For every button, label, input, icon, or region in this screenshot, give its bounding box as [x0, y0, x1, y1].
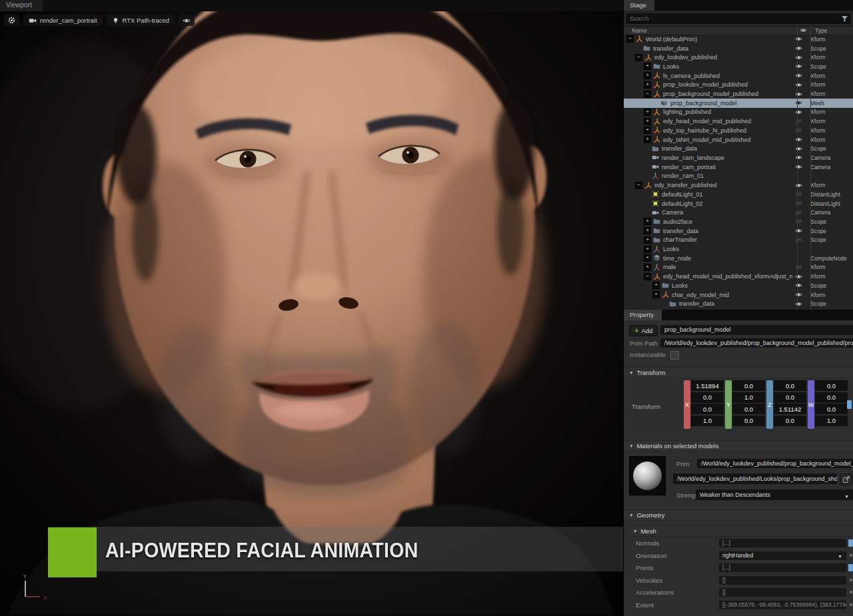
- matrix-value[interactable]: 0.0: [774, 380, 806, 391]
- tree-row[interactable]: +LooksScope: [624, 62, 853, 71]
- expand-toggle[interactable]: +: [644, 264, 651, 271]
- tree-row[interactable]: defaultLight_01DistantLight: [624, 190, 853, 199]
- velocities-field[interactable]: []: [719, 576, 846, 585]
- matrix-value[interactable]: 0.0: [774, 416, 806, 426]
- instanceable-checkbox[interactable]: [670, 351, 679, 360]
- filter-icon[interactable]: [841, 15, 848, 23]
- expand-toggle[interactable]: +: [644, 109, 651, 116]
- expand-toggle[interactable]: +: [644, 246, 651, 253]
- matrix-value[interactable]: 0.0: [691, 404, 724, 414]
- expand-toggle[interactable]: +: [644, 81, 651, 89]
- visibility-toggle[interactable]: [792, 273, 805, 280]
- collapse-toggle[interactable]: −: [626, 35, 634, 43]
- visibility-toggle[interactable]: [792, 163, 805, 170]
- tree-row[interactable]: transfer_dataScope: [624, 144, 853, 153]
- tree-row[interactable]: transfer_dataScope: [624, 299, 853, 308]
- accelerations-field[interactable]: []: [719, 588, 846, 597]
- strength-dropdown[interactable]: Weaker than Descendants ▼: [696, 489, 853, 500]
- visibility-toggle[interactable]: [792, 109, 805, 116]
- field-indicator[interactable]: [848, 564, 853, 571]
- tree-row[interactable]: +edy_top_hairtube_hi_publishedXform: [624, 126, 853, 135]
- field-indicator[interactable]: [850, 591, 852, 593]
- visibility-menu-button[interactable]: [179, 15, 195, 26]
- visibility-toggle[interactable]: [792, 264, 805, 271]
- add-property-button[interactable]: + Add: [629, 325, 658, 336]
- matrix-value[interactable]: 0.0: [732, 404, 765, 414]
- prim-name-field[interactable]: prop_background_model: [660, 325, 853, 335]
- collapse-toggle[interactable]: −: [644, 91, 651, 98]
- material-path-field[interactable]: /World/edy_lookdev_published/Looks/prop_…: [673, 473, 837, 484]
- expand-toggle[interactable]: +: [652, 282, 660, 289]
- tree-row[interactable]: −prop_background_model_publishedXform: [624, 89, 853, 99]
- tree-row[interactable]: +maleXform: [624, 263, 853, 272]
- visibility-toggle[interactable]: [792, 291, 805, 298]
- tree-row[interactable]: −edy_head_model_mid_published_xformAdjus…: [624, 272, 853, 281]
- tree-row[interactable]: render_cam_portraitCamera: [624, 162, 853, 172]
- tree-row[interactable]: +lighting_publishedXform: [624, 108, 853, 117]
- matrix-value[interactable]: 0.0: [815, 392, 848, 403]
- tree-row[interactable]: render_cam_01: [624, 172, 853, 181]
- open-material-button[interactable]: [840, 473, 852, 485]
- viewport-canvas[interactable]: render_cam_portrait RTX Path-traced AI-P…: [0, 11, 623, 616]
- collapse-toggle[interactable]: −: [635, 54, 642, 61]
- tab-viewport[interactable]: Viewport: [0, 0, 43, 11]
- matrix-value[interactable]: 0.0: [691, 392, 724, 403]
- visibility-toggle[interactable]: [792, 54, 805, 61]
- tree-row[interactable]: +edy_tshirt_model_mid_publishedXform: [624, 135, 853, 145]
- stage-search[interactable]: [625, 13, 852, 25]
- visibility-toggle[interactable]: [792, 200, 805, 207]
- expand-toggle[interactable]: +: [644, 63, 651, 70]
- tab-stage[interactable]: Stage: [624, 0, 654, 11]
- visibility-toggle[interactable]: [792, 91, 805, 98]
- visibility-toggle[interactable]: [792, 99, 805, 107]
- tree-row[interactable]: +audio2faceScope: [624, 217, 853, 226]
- normals-field[interactable]: [...]: [719, 539, 846, 547]
- field-indicator[interactable]: [850, 554, 852, 557]
- tree-row[interactable]: transfer_dataScope: [624, 44, 853, 53]
- visibility-toggle[interactable]: [792, 190, 805, 198]
- visibility-toggle[interactable]: [792, 81, 805, 89]
- camera-selector[interactable]: render_cam_portrait: [23, 15, 103, 26]
- visibility-toggle[interactable]: [792, 45, 805, 52]
- visibility-toggle[interactable]: [792, 145, 805, 153]
- section-mesh[interactable]: ▼ Mesh: [628, 525, 853, 537]
- section-transform[interactable]: ▼ Transform: [624, 367, 853, 378]
- expand-toggle[interactable]: +: [644, 236, 651, 244]
- matrix-value[interactable]: 1.0: [815, 416, 848, 426]
- field-indicator[interactable]: [850, 603, 852, 606]
- matrix-value[interactable]: 1.51142: [774, 404, 806, 414]
- visibility-toggle[interactable]: [792, 300, 805, 308]
- visibility-toggle[interactable]: [792, 182, 805, 189]
- visibility-toggle[interactable]: [792, 154, 805, 161]
- visibility-toggle[interactable]: [792, 35, 805, 43]
- visibility-toggle[interactable]: [792, 282, 805, 289]
- viewport-settings-button[interactable]: [4, 15, 19, 26]
- visibility-toggle[interactable]: [792, 218, 805, 225]
- tree-row[interactable]: +prop_lookdev_model_publishedXform: [624, 81, 853, 90]
- points-field[interactable]: [...]: [719, 563, 846, 572]
- matrix-value[interactable]: 1.51894: [691, 380, 724, 391]
- expand-toggle[interactable]: +: [644, 127, 651, 134]
- tree-row[interactable]: render_cam_landscapeCamera: [624, 153, 853, 162]
- visibility-toggle[interactable]: [792, 209, 805, 216]
- visibility-toggle[interactable]: [792, 127, 805, 134]
- expand-toggle[interactable]: +: [644, 254, 651, 262]
- tree-row[interactable]: CameraCamera: [624, 208, 853, 217]
- tree-row[interactable]: +char_edy_model_midXform: [624, 290, 853, 300]
- tree-row[interactable]: −edy_lookdev_publishedXform: [624, 53, 853, 62]
- matrix-value[interactable]: 0.0: [732, 416, 765, 426]
- field-indicator[interactable]: [850, 579, 852, 581]
- field-indicator[interactable]: [848, 539, 853, 547]
- tree-row[interactable]: prop_background_modelMesh: [624, 99, 853, 108]
- renderer-selector[interactable]: RTX Path-traced: [107, 15, 175, 26]
- matrix-value[interactable]: 0.0: [774, 392, 806, 403]
- anim-indicator[interactable]: [847, 400, 852, 409]
- tree-row[interactable]: +time_nodeComputeNode: [624, 254, 853, 263]
- tree-row[interactable]: −edy_transfer_publishedXform: [624, 180, 853, 190]
- matrix-value[interactable]: 0.0: [815, 380, 848, 391]
- matrix-value[interactable]: 1.0: [691, 416, 724, 426]
- visibility-toggle[interactable]: [792, 118, 805, 125]
- material-prim-field[interactable]: /World/edy_lookdev_published/prop_backgr…: [697, 459, 853, 468]
- tree-row[interactable]: +Looks: [624, 244, 853, 254]
- tree-row[interactable]: +LooksScope: [624, 281, 853, 290]
